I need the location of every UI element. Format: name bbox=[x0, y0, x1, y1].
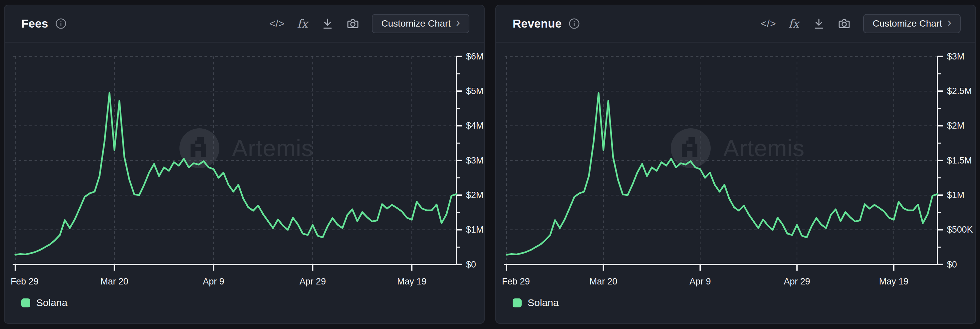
svg-text:$1M: $1M bbox=[466, 225, 483, 235]
svg-text:Apr 29: Apr 29 bbox=[784, 277, 810, 286]
svg-text:$1M: $1M bbox=[947, 190, 964, 200]
svg-text:Apr 9: Apr 9 bbox=[689, 277, 711, 286]
fees-toolbar: </> fx Customize Chart bbox=[267, 13, 469, 34]
revenue-panel-header: Revenue </> fx bbox=[496, 5, 975, 43]
svg-text:Mar 20: Mar 20 bbox=[100, 277, 129, 286]
svg-text:Apr 9: Apr 9 bbox=[203, 277, 224, 286]
formula-button[interactable]: fx bbox=[783, 13, 804, 34]
code-icon: </> bbox=[760, 18, 776, 29]
formula-button[interactable]: fx bbox=[292, 13, 313, 34]
screenshot-button[interactable] bbox=[342, 13, 363, 34]
customize-chart-label: Customize Chart bbox=[872, 18, 942, 29]
revenue-chart[interactable]: Feb 29Mar 20Apr 9Apr 29May 19$0$500K$1M$… bbox=[496, 43, 975, 323]
svg-text:Feb 29: Feb 29 bbox=[11, 277, 39, 286]
revenue-panel: Revenue </> fx bbox=[495, 5, 976, 324]
fx-icon: fx bbox=[789, 17, 799, 30]
page-title-revenue: Revenue bbox=[513, 17, 562, 30]
fees-chart-area: Artemis Feb 29Mar 20Apr 9Apr 29May 19$0$… bbox=[5, 43, 484, 323]
customize-chart-button[interactable]: Customize Chart › bbox=[863, 14, 961, 33]
fees-legend[interactable]: Solana bbox=[21, 297, 67, 308]
embed-code-button[interactable]: </> bbox=[267, 13, 287, 34]
camera-icon bbox=[838, 17, 851, 30]
info-icon[interactable] bbox=[55, 17, 67, 30]
info-icon[interactable] bbox=[568, 17, 580, 30]
legend-swatch-solana bbox=[21, 299, 30, 307]
svg-text:May 19: May 19 bbox=[397, 277, 426, 286]
download-icon bbox=[321, 17, 334, 30]
fees-panel-header: Fees </> fx bbox=[5, 5, 484, 43]
chevron-right-icon: › bbox=[947, 22, 951, 25]
svg-text:$0: $0 bbox=[466, 259, 476, 269]
svg-text:$2M: $2M bbox=[466, 190, 483, 200]
customize-chart-label: Customize Chart bbox=[381, 18, 451, 29]
legend-label-solana: Solana bbox=[36, 297, 67, 308]
dashboard-page: Fees </> fx bbox=[0, 0, 980, 329]
screenshot-button[interactable] bbox=[834, 13, 854, 34]
svg-text:$3M: $3M bbox=[466, 155, 483, 166]
code-icon: </> bbox=[269, 18, 285, 29]
legend-label-solana: Solana bbox=[528, 297, 558, 308]
page-title-fees: Fees bbox=[21, 17, 48, 30]
svg-text:May 19: May 19 bbox=[879, 277, 908, 286]
download-icon bbox=[813, 17, 825, 30]
revenue-legend[interactable]: Solana bbox=[513, 297, 558, 308]
customize-chart-button[interactable]: Customize Chart › bbox=[372, 14, 469, 33]
revenue-toolbar: </> fx Customize Chart bbox=[758, 13, 961, 34]
legend-swatch-solana bbox=[513, 299, 522, 307]
fees-panel: Fees </> fx bbox=[4, 5, 485, 324]
svg-text:Apr 29: Apr 29 bbox=[300, 277, 326, 286]
svg-text:$3M: $3M bbox=[947, 52, 964, 62]
revenue-chart-area: Artemis Feb 29Mar 20Apr 9Apr 29May 19$0$… bbox=[496, 43, 975, 323]
download-button[interactable] bbox=[317, 13, 338, 34]
svg-text:$0: $0 bbox=[947, 259, 957, 269]
svg-text:$6M: $6M bbox=[466, 52, 483, 62]
svg-text:$4M: $4M bbox=[466, 121, 483, 131]
svg-text:$2.5M: $2.5M bbox=[947, 86, 972, 96]
svg-text:Feb 29: Feb 29 bbox=[502, 277, 530, 286]
svg-text:$500K: $500K bbox=[947, 225, 973, 235]
download-button[interactable] bbox=[808, 13, 829, 34]
fees-chart[interactable]: Feb 29Mar 20Apr 9Apr 29May 19$0$1M$2M$3M… bbox=[5, 43, 484, 323]
camera-icon bbox=[346, 17, 360, 30]
embed-code-button[interactable]: </> bbox=[758, 13, 779, 34]
svg-text:$1.5M: $1.5M bbox=[947, 155, 972, 166]
svg-text:Mar 20: Mar 20 bbox=[590, 277, 617, 286]
svg-text:$5M: $5M bbox=[466, 86, 483, 96]
chevron-right-icon: › bbox=[456, 22, 460, 25]
fx-icon: fx bbox=[297, 17, 308, 30]
svg-text:$2M: $2M bbox=[947, 121, 964, 131]
